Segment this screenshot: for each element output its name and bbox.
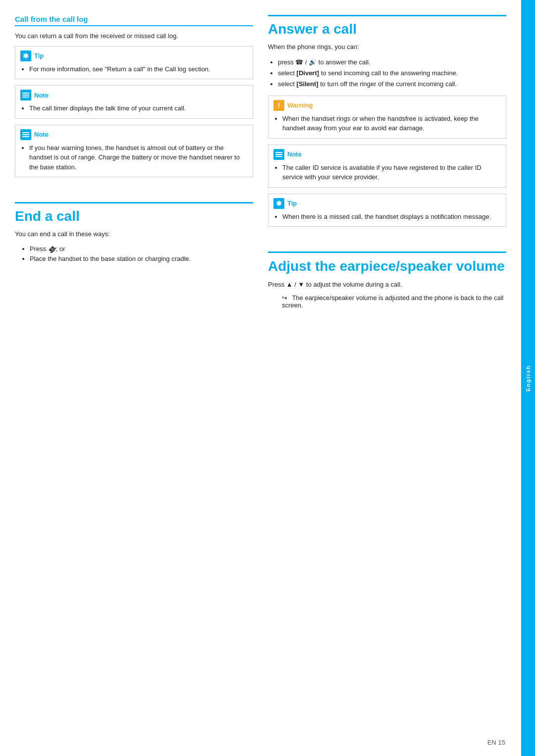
answer-note-label: Note: [287, 151, 302, 158]
tip-item: For more information, see "Return a call…: [29, 64, 248, 74]
left-column: Call from the call log You can return a …: [15, 15, 253, 741]
call-log-heading: Call from the call log: [15, 15, 253, 26]
result-arrow-icon: ↪: [282, 294, 287, 302]
note-line: [22, 95, 29, 96]
silent-label: [Silent]: [297, 80, 319, 88]
tip-icon: ✱: [20, 50, 31, 61]
adjust-volume-result: ↪ The earpiece/speaker volume is adjuste…: [268, 294, 506, 309]
note2-icon: [20, 129, 31, 140]
side-tab-label: English: [525, 365, 531, 392]
volume-up-icon: ▲: [286, 281, 293, 288]
answer-call-intro: When the phone rings, you can:: [268, 42, 506, 52]
note1-label: Note: [34, 92, 49, 99]
note1-header: Note: [20, 90, 248, 101]
divert-label: [Divert]: [297, 69, 320, 77]
note-line: [22, 93, 29, 94]
answer-note-header: Note: [273, 149, 501, 160]
note2-label: Note: [34, 131, 49, 138]
answer-tip-icon: ✱: [273, 198, 284, 209]
answer-bullet-1: press ☎ / 🔊 to answer the call.: [278, 57, 506, 68]
note-line: [275, 152, 282, 153]
answer-tip-list: When there is a missed call, the handset…: [273, 212, 501, 222]
answer-note-item: The caller ID service is available if yo…: [282, 163, 501, 182]
note-line: [275, 154, 282, 155]
answer-bullet-2: select [Divert] to send incoming call to…: [278, 68, 506, 79]
note-line: [275, 156, 282, 157]
end-call-body: You can end a call in these ways:: [15, 229, 253, 239]
warning-item: When the handset rings or when the hands…: [282, 114, 501, 133]
end-call-section: End a call You can end a call in these w…: [15, 202, 253, 270]
note-line: [22, 134, 29, 135]
answer-call-heading: Answer a call: [268, 15, 506, 37]
answer-bullet-3: select [Silent] to turn off the ringer o…: [278, 79, 506, 90]
answer-note-box: Note The caller ID service is available …: [268, 145, 506, 188]
note-lines: [20, 91, 31, 99]
note-lines3: [273, 151, 284, 158]
answer-tip-item: When there is a missed call, the handset…: [282, 212, 501, 222]
note2-list: If you hear warning tones, the handset i…: [20, 143, 248, 172]
answer-note-list: The caller ID service is available if yo…: [273, 163, 501, 182]
call-log-note-box2: Note If you hear warning tones, the hand…: [15, 125, 253, 178]
note1-item: The call timer displays the talk time of…: [29, 103, 248, 113]
right-column: Answer a call When the phone rings, you …: [268, 15, 506, 741]
tip-list: For more information, see "Return a call…: [20, 64, 248, 74]
adjust-volume-result-text: The earpiece/speaker volume is adjusted …: [282, 294, 504, 309]
call-answer-icon: ☎: [295, 58, 303, 66]
adjust-volume-heading: Adjust the earpiece/speaker volume: [268, 252, 506, 275]
answer-warning-box: ! Warning When the handset rings or when…: [268, 96, 506, 139]
answer-call-section: Answer a call When the phone rings, you …: [268, 15, 506, 233]
answer-tip-label: Tip: [287, 200, 297, 207]
adjust-volume-section: Adjust the earpiece/speaker volume Press…: [268, 252, 506, 309]
note2-item: If you hear warning tones, the handset i…: [29, 143, 248, 172]
answer-call-list: press ☎ / 🔊 to answer the call. select […: [268, 57, 506, 90]
answer-tip-box: ✱ Tip When there is a missed call, the h…: [268, 194, 506, 227]
note-lines2: [20, 131, 31, 139]
page: Call from the call log You can return a …: [0, 0, 535, 756]
call-log-tip-box: ✱ Tip For more information, see "Return …: [15, 46, 253, 80]
tip-label: Tip: [34, 52, 44, 59]
end-phone-icon: ☎: [46, 243, 58, 255]
end-call-text-1: Press ☎; or: [30, 245, 65, 252]
tip-header: ✱ Tip: [20, 50, 248, 61]
note2-header: Note: [20, 129, 248, 140]
volume-answer-icon: 🔊: [309, 58, 317, 66]
end-call-list: Press ☎; or Place the handset to the bas…: [15, 244, 253, 265]
note-line: [22, 136, 29, 137]
volume-down-icon: ▼: [298, 281, 305, 288]
note1-list: The call timer displays the talk time of…: [20, 103, 248, 113]
side-tab: English: [521, 0, 535, 756]
end-call-heading: End a call: [15, 202, 253, 224]
call-log-body: You can return a call from the received …: [15, 31, 253, 41]
answer-tip-header: ✱ Tip: [273, 198, 501, 209]
warning-icon: !: [273, 100, 284, 111]
call-log-section: Call from the call log You can return a …: [15, 15, 253, 183]
main-content: Call from the call log You can return a …: [0, 0, 521, 756]
warning-label: Warning: [287, 101, 313, 109]
note1-icon: [20, 90, 31, 101]
page-footer: EN 15: [487, 739, 505, 746]
note-line: [22, 97, 29, 98]
warning-list: When the handset rings or when the hands…: [273, 114, 501, 133]
note-line: [22, 132, 29, 133]
warning-header: ! Warning: [273, 100, 501, 111]
answer-note-icon: [273, 149, 284, 160]
call-log-note-box1: Note The call timer displays the talk ti…: [15, 85, 253, 119]
end-call-item-1: Press ☎; or: [30, 244, 253, 254]
end-call-item-2: Place the handset to the base station or…: [30, 254, 253, 264]
adjust-volume-body: Press ▲ / ▼ to adjust the volume during …: [268, 280, 506, 290]
